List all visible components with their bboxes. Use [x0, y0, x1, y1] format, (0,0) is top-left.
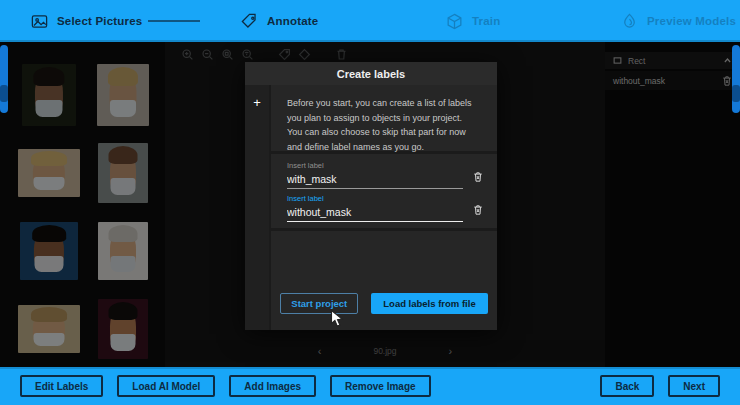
pictures-icon	[30, 12, 49, 31]
label-input-row: Insert label	[287, 194, 483, 222]
add-images-button[interactable]: Add Images	[229, 375, 316, 397]
label-input-row: Insert label	[287, 161, 483, 189]
start-project-button[interactable]: Start project	[280, 293, 358, 314]
back-button[interactable]: Back	[600, 375, 654, 397]
preview-flame-icon	[620, 12, 639, 31]
load-labels-button[interactable]: Load labels from file	[371, 293, 487, 314]
scrollbar-thumb[interactable]	[732, 85, 740, 102]
trash-icon	[473, 204, 483, 216]
insert-label-caption: Insert label	[287, 194, 483, 203]
tag-icon	[240, 12, 259, 31]
insert-label-caption: Insert label	[287, 161, 483, 170]
cube-icon	[445, 12, 464, 31]
panel-scrollbar[interactable]	[732, 45, 740, 113]
workspace: ‹ 90.jpg › Rect without_mask	[0, 42, 740, 367]
modal-title: Create labels	[245, 62, 497, 85]
stepper-connector-line	[148, 20, 200, 22]
load-ai-model-button[interactable]: Load AI Model	[117, 375, 215, 397]
label-input-without-mask[interactable]	[287, 206, 463, 222]
bottom-toolbar: Edit Labels Load AI Model Add Images Rem…	[0, 367, 740, 405]
gallery-scrollbar[interactable]	[0, 45, 8, 113]
app-window: Select Pictures Annotate Train Preview M…	[0, 0, 740, 405]
step-preview-models[interactable]: Preview Models	[620, 0, 736, 42]
modal-side-strip: +	[245, 85, 269, 330]
next-button[interactable]: Next	[668, 375, 720, 397]
label-inputs-section: Insert label Insert label	[271, 154, 497, 228]
step-label: Annotate	[267, 15, 318, 27]
modal-actions-section: Start project Load labels from file	[271, 231, 497, 330]
remove-image-button[interactable]: Remove Image	[330, 375, 431, 397]
trash-icon	[473, 171, 483, 183]
edit-labels-button[interactable]: Edit Labels	[20, 375, 103, 397]
modal-description: Before you start, you can create a list …	[271, 85, 497, 151]
create-labels-modal: Create labels + Before you start, you ca…	[245, 62, 497, 330]
delete-label-button[interactable]	[473, 171, 483, 189]
step-label: Select Pictures	[57, 15, 142, 27]
step-annotate[interactable]: Annotate	[240, 0, 318, 42]
step-label: Preview Models	[647, 15, 736, 27]
add-label-button[interactable]: +	[245, 95, 269, 110]
step-select-pictures[interactable]: Select Pictures	[30, 0, 142, 42]
label-input-with-mask[interactable]	[287, 173, 463, 189]
step-label: Train	[472, 15, 500, 27]
scrollbar-thumb[interactable]	[0, 85, 8, 102]
step-train[interactable]: Train	[445, 0, 500, 42]
modal-body: + Before you start, you can create a lis…	[245, 85, 497, 330]
delete-label-button[interactable]	[473, 204, 483, 222]
modal-content: Before you start, you can create a list …	[271, 85, 497, 330]
top-stepper: Select Pictures Annotate Train Preview M…	[0, 0, 740, 42]
